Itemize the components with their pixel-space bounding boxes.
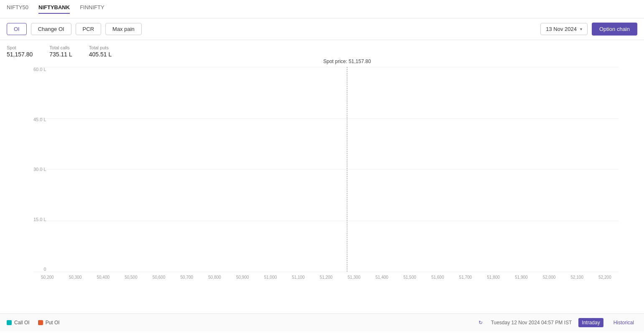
oi-button[interactable]: OI [7,23,27,35]
intraday-button[interactable]: Intraday [578,318,603,327]
x-label: 50,500 [125,275,137,280]
x-label: 51,900 [515,275,528,280]
total-puts-value: 405.51 L [89,51,112,58]
option-chain-button[interactable]: Option chain [592,23,637,36]
call-oi-legend: Call OI [7,320,30,326]
x-label: 51,600 [431,275,444,280]
footer: Call OI Put OI ↻ Tuesday 12 Nov 2024 04:… [0,313,644,331]
x-label: 52,200 [598,275,611,280]
x-label: 50,900 [236,275,249,280]
chart-area: 60.0 L45.0 L30.0 L15.0 L0 Spot price: 51… [33,67,619,293]
total-calls-value: 735.11 L [49,51,72,58]
pcr-button[interactable]: PCR [76,23,101,35]
x-label: 50,800 [208,275,221,280]
chart-container: 60.0 L45.0 L30.0 L15.0 L0 Spot price: 51… [0,63,644,313]
total-calls-stat: Total calls 735.11 L [49,45,72,58]
x-label: 50,700 [181,275,193,280]
x-label: 50,400 [97,275,109,280]
toolbar: OI Change OI PCR Max pain 13 Nov 2024 ▾ … [0,18,644,40]
top-navigation: NIFTY50 NIFTYBANK FINNIFTY [0,0,644,18]
x-label: 50,200 [41,275,54,280]
put-oi-label: Put OI [46,320,60,326]
spot-label: Spot [7,45,33,50]
chevron-down-icon: ▾ [580,27,582,31]
date-selector[interactable]: 13 Nov 2024 ▾ [540,23,588,35]
x-label: 51,100 [292,275,305,280]
legend: Call OI Put OI [7,320,60,326]
put-oi-legend: Put OI [38,320,60,326]
x-axis: 50,20050,30050,40050,50050,60050,70050,8… [33,272,619,293]
historical-button[interactable]: Historical [610,318,637,327]
total-calls-label: Total calls [49,45,72,50]
refresh-icon[interactable]: ↻ [479,320,483,326]
x-label: 51,500 [403,275,416,280]
call-oi-label: Call OI [14,320,30,326]
spot-value: 51,157.80 [7,51,33,58]
x-label: 51,300 [348,275,361,280]
x-label: 51,000 [264,275,277,280]
x-label: 50,600 [153,275,165,280]
x-label: 50,300 [69,275,82,280]
timestamp-label: Tuesday 12 Nov 2024 04:57 PM IST [491,320,572,326]
x-label: 51,400 [375,275,388,280]
tab-niftybank[interactable]: NIFTYBANK [38,4,70,14]
max-pain-button[interactable]: Max pain [105,23,142,35]
x-label: 51,700 [459,275,472,280]
tab-finnifty[interactable]: FINNIFTY [80,4,104,14]
call-oi-dot [7,320,12,325]
x-label: 51,800 [487,275,500,280]
spot-price-label: Spot price: 51,157.80 [321,58,372,65]
x-label: 51,200 [320,275,333,280]
x-label: 52,000 [543,275,556,280]
total-puts-label: Total puts [89,45,112,50]
change-oi-button[interactable]: Change OI [31,23,71,35]
bars-area [33,67,619,272]
footer-right: ↻ Tuesday 12 Nov 2024 04:57 PM IST Intra… [479,318,637,327]
tab-nifty50[interactable]: NIFTY50 [7,4,28,14]
x-label: 52,100 [570,275,583,280]
spot-stat: Spot 51,157.80 [7,45,33,58]
total-puts-stat: Total puts 405.51 L [89,45,112,58]
put-oi-dot [38,320,43,325]
